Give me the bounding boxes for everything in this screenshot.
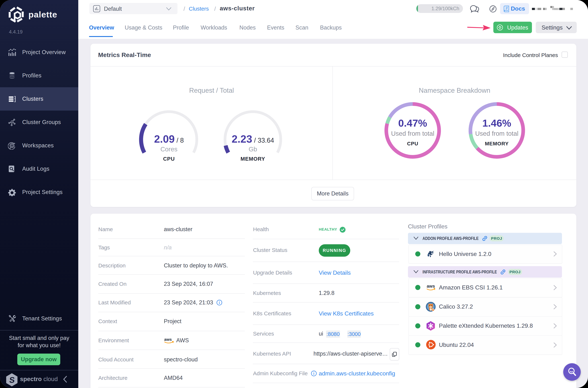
svg-text:aws: aws [164, 337, 172, 342]
svg-text:aws: aws [427, 284, 435, 289]
svg-text:S: S [9, 375, 15, 384]
